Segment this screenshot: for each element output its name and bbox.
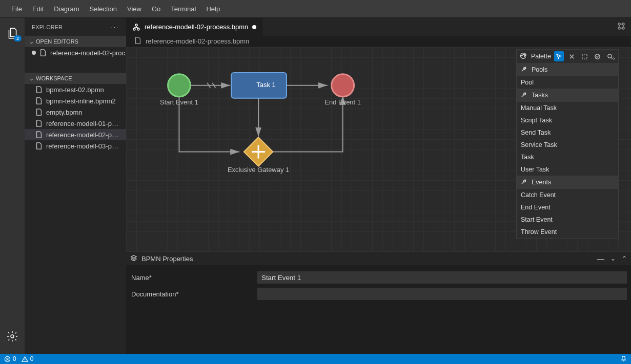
palette-item[interactable]: Manual Task bbox=[517, 102, 618, 114]
chevron-right-icon[interactable]: › bbox=[613, 55, 615, 62]
file-label: empty.bpmn bbox=[46, 109, 83, 116]
activity-explorer[interactable]: 2 bbox=[0, 21, 25, 46]
tool-validate[interactable] bbox=[593, 51, 602, 61]
more-icon[interactable]: ··· bbox=[111, 24, 119, 30]
properties-title: BPMN Properties bbox=[141, 255, 193, 263]
diagram-file-icon bbox=[132, 23, 140, 31]
file-label: bpmn-test-inline.bpmn2 bbox=[46, 97, 116, 105]
palette-icon bbox=[520, 52, 527, 61]
file-icon bbox=[35, 85, 43, 94]
file-icon bbox=[35, 131, 43, 139]
file-item[interactable]: bpmn-test-02.bpmn bbox=[25, 84, 126, 95]
menu-diagram[interactable]: Diagram bbox=[49, 0, 84, 17]
file-item[interactable]: bpmn-test-inline.bpmn2 bbox=[25, 95, 126, 106]
gateway-label: Exclusive Gateway 1 bbox=[228, 166, 289, 174]
svg-point-3 bbox=[135, 24, 137, 26]
file-icon bbox=[35, 142, 43, 150]
file-item[interactable]: reference-modell-03-p… bbox=[25, 140, 126, 152]
menu-selection[interactable]: Selection bbox=[84, 0, 121, 17]
activity-settings[interactable] bbox=[0, 324, 25, 349]
menu-go[interactable]: Go bbox=[147, 0, 166, 17]
svg-point-1 bbox=[133, 28, 135, 30]
dirty-indicator-icon bbox=[32, 51, 36, 55]
sidebar-header: EXPLORER ··· bbox=[25, 18, 126, 36]
properties-body: Name* Documentation* bbox=[126, 265, 631, 354]
property-input[interactable] bbox=[257, 288, 627, 300]
palette-item[interactable]: User Task bbox=[517, 163, 618, 176]
activity-bar: 2 bbox=[0, 18, 25, 354]
menu-edit[interactable]: Edit bbox=[27, 0, 49, 17]
open-editor-label: reference-modell-02-proc bbox=[50, 49, 125, 57]
chevron-down-icon[interactable]: ⌄ bbox=[610, 255, 616, 262]
menu-terminal[interactable]: Terminal bbox=[166, 0, 201, 17]
palette-item[interactable]: Script Task bbox=[517, 114, 618, 126]
file-icon bbox=[35, 97, 43, 105]
sidebar: EXPLORER ··· ⌄ OPEN EDITORS reference-mo… bbox=[25, 18, 126, 354]
palette-item[interactable]: Task bbox=[517, 151, 618, 163]
file-label: bpmn-test-02.bpmn bbox=[46, 86, 104, 94]
editor-toolbar bbox=[612, 18, 631, 36]
palette-item[interactable]: Throw Event bbox=[517, 226, 618, 238]
palette-item[interactable]: Send Task bbox=[517, 126, 618, 139]
end-event-label: End Event 1 bbox=[324, 98, 361, 106]
svg-point-11 bbox=[522, 55, 523, 56]
open-editor-item[interactable]: reference-modell-02-proc bbox=[25, 47, 126, 58]
tool-select[interactable] bbox=[554, 51, 564, 61]
svg-point-7 bbox=[622, 27, 624, 29]
svg-rect-14 bbox=[582, 54, 587, 58]
palette-group-header[interactable]: Events bbox=[517, 176, 618, 189]
properties-header[interactable]: BPMN Properties — ⌄ ⌃ bbox=[126, 252, 631, 265]
workspace-header[interactable]: ⌄ WORKSPACE bbox=[25, 73, 126, 84]
tool-marquee[interactable] bbox=[580, 51, 589, 61]
palette-panel: Palette bbox=[516, 49, 619, 239]
gear-icon bbox=[6, 330, 18, 342]
palette-group-header[interactable]: Pools bbox=[517, 63, 618, 76]
open-editors-header[interactable]: ⌄ OPEN EDITORS bbox=[25, 36, 126, 47]
diagram-canvas[interactable]: Start Event 1 Task 1 End Event 1 Exclusi… bbox=[126, 47, 631, 251]
chevron-down-icon: ⌄ bbox=[27, 38, 36, 45]
notification-icon[interactable] bbox=[620, 355, 627, 363]
palette-item[interactable]: Start Event bbox=[517, 213, 618, 226]
toolbar-icon[interactable] bbox=[617, 22, 626, 32]
tabs-row: reference-modell-02-process.bpmn bbox=[126, 18, 631, 36]
palette-item[interactable]: Pool bbox=[517, 76, 618, 89]
file-label: reference-modell-03-p… bbox=[46, 142, 118, 150]
file-item[interactable]: empty.bpmn bbox=[25, 106, 126, 118]
wrench-icon bbox=[521, 66, 527, 74]
tool-delete[interactable] bbox=[567, 51, 577, 61]
svg-point-6 bbox=[618, 27, 620, 29]
svg-point-15 bbox=[595, 54, 600, 58]
status-errors[interactable]: 0 bbox=[4, 355, 16, 362]
palette-item[interactable]: End Event bbox=[517, 201, 618, 213]
warning-icon bbox=[22, 356, 28, 362]
properties-panel: BPMN Properties — ⌄ ⌃ Name* Documentatio… bbox=[126, 251, 631, 354]
tab-label: reference-modell-02-process.bpmn bbox=[145, 23, 248, 31]
palette-group-label: Pools bbox=[532, 66, 547, 73]
menu-file[interactable]: File bbox=[6, 0, 27, 17]
chevron-down-icon: ⌄ bbox=[27, 75, 36, 82]
svg-point-16 bbox=[608, 54, 612, 57]
breadcrumb-label: reference-modell-02-process.bpmn bbox=[146, 37, 249, 45]
file-item[interactable]: reference-modell-02-p… bbox=[25, 129, 126, 140]
palette-item[interactable]: Service Task bbox=[517, 139, 618, 151]
property-row: Documentation* bbox=[128, 286, 629, 302]
wrench-icon bbox=[521, 91, 527, 99]
chevron-up-icon[interactable]: ⌃ bbox=[622, 255, 627, 262]
start-event-label: Start Event 1 bbox=[160, 98, 198, 106]
palette-group-header[interactable]: Tasks bbox=[517, 89, 618, 102]
file-item[interactable]: reference-modell-01-p… bbox=[25, 118, 126, 129]
minimize-icon[interactable]: — bbox=[597, 254, 604, 263]
file-icon bbox=[35, 119, 43, 127]
breadcrumbs[interactable]: reference-modell-02-process.bpmn bbox=[126, 36, 631, 47]
status-warnings[interactable]: 0 bbox=[22, 355, 34, 362]
end-event-node[interactable] bbox=[332, 74, 354, 97]
wrench-icon bbox=[521, 178, 527, 186]
sidebar-title: EXPLORER bbox=[32, 24, 63, 30]
menu-help[interactable]: Help bbox=[201, 0, 225, 17]
start-event-node[interactable] bbox=[168, 74, 191, 97]
menu-view[interactable]: View bbox=[122, 0, 147, 17]
palette-item[interactable]: Catch Event bbox=[517, 189, 618, 201]
property-input[interactable] bbox=[257, 271, 627, 284]
palette-group-label: Events bbox=[532, 179, 551, 186]
tab-active[interactable]: reference-modell-02-process.bpmn bbox=[126, 18, 263, 36]
